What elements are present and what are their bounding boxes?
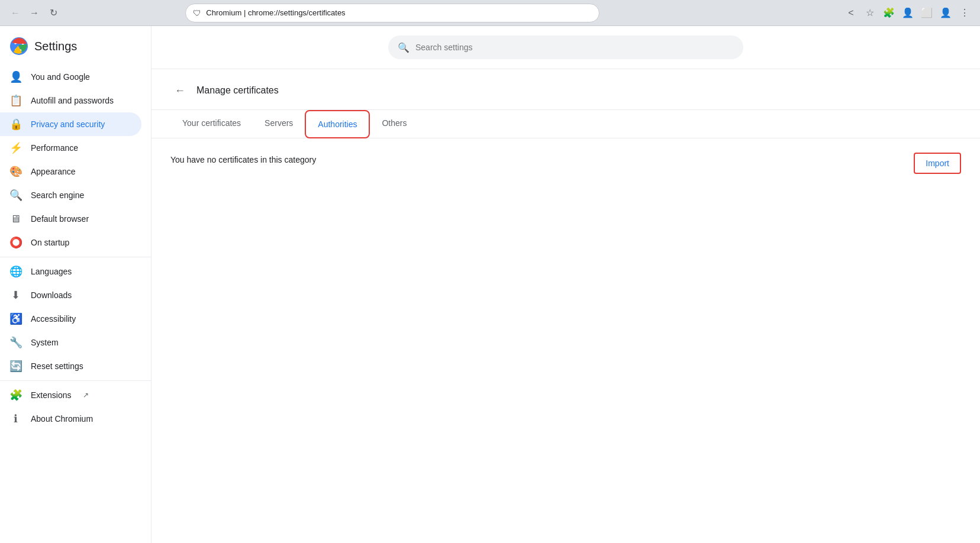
secure-icon: 🛡 — [193, 8, 201, 18]
browser-actions: < ☆ 🧩 👤 ⬜ 👤 ⋮ — [843, 5, 973, 21]
tab-authorities-label: Authorities — [318, 119, 357, 129]
sidebar-label-on-startup: On startup — [31, 238, 69, 247]
tab-authorities[interactable]: Authorities — [305, 110, 370, 138]
tab-servers[interactable]: Servers — [253, 110, 305, 138]
sidebar-header: Settings — [0, 31, 151, 65]
sidebar: Settings 👤 You and Google 📋 Autofill and… — [0, 26, 151, 543]
search-bar: 🔍 — [388, 35, 743, 59]
sidebar-item-system[interactable]: 🔧 System — [0, 331, 141, 354]
bookmark-button[interactable]: ☆ — [862, 5, 878, 21]
forward-nav-button[interactable]: → — [26, 5, 43, 21]
sidebar-label-downloads: Downloads — [31, 290, 72, 300]
sidebar-label-you-and-google: You and Google — [31, 72, 90, 82]
reload-button[interactable]: ↻ — [45, 5, 62, 21]
sidebar-label-autofill: Autofill and passwords — [31, 96, 114, 105]
empty-message: You have no certificates in this categor… — [170, 155, 316, 164]
sidebar-item-default-browser[interactable]: 🖥 Default browser — [0, 207, 141, 231]
sidebar-item-you-and-google[interactable]: 👤 You and Google — [0, 65, 141, 89]
nav-buttons: ← → ↻ — [7, 5, 62, 21]
about-icon: ℹ — [9, 412, 21, 425]
profile-button[interactable]: 👤 — [900, 5, 916, 21]
external-link-icon: ↗ — [83, 391, 89, 399]
sidebar-item-languages[interactable]: 🌐 Languages — [0, 260, 141, 283]
sidebar-label-default-browser: Default browser — [31, 214, 89, 224]
downloads-icon: ⬇ — [9, 289, 21, 302]
menu-button[interactable]: ⋮ — [956, 5, 973, 21]
sidebar-label-about: About Chromium — [31, 414, 93, 424]
sidebar-item-privacy-security[interactable]: 🔒 Privacy and security — [0, 112, 141, 136]
url-display: Chromium | chrome://settings/certificate… — [206, 8, 592, 17]
performance-icon: ⚡ — [9, 141, 21, 154]
tab-your-certificates-label: Your certificates — [182, 118, 241, 128]
sidebar-item-extensions[interactable]: 🧩 Extensions ↗ — [0, 383, 141, 407]
accessibility-icon: ♿ — [9, 312, 21, 325]
languages-icon: 🌐 — [9, 265, 21, 278]
appearance-icon: 🎨 — [9, 165, 21, 178]
sidebar-item-appearance[interactable]: 🎨 Appearance — [0, 160, 141, 183]
sidebar-item-autofill[interactable]: 📋 Autofill and passwords — [0, 89, 141, 112]
import-button[interactable]: Import — [914, 153, 961, 174]
default-browser-icon: 🖥 — [9, 213, 21, 225]
extensions-icon: 🧩 — [9, 389, 21, 402]
sidebar-divider-1 — [0, 257, 151, 257]
chromium-logo — [9, 37, 28, 56]
browser-chrome: ← → ↻ 🛡 Chromium | chrome://settings/cer… — [0, 0, 980, 26]
sidebar-divider-2 — [0, 380, 151, 381]
on-startup-icon: ⭕ — [9, 236, 21, 249]
reset-icon: 🔄 — [9, 360, 21, 373]
address-bar[interactable]: 🛡 Chromium | chrome://settings/certifica… — [185, 4, 599, 22]
tab-others-label: Others — [382, 118, 407, 128]
autofill-icon: 📋 — [9, 94, 21, 107]
search-input[interactable] — [415, 43, 734, 52]
page-content: ← Manage certificates Your certificates … — [151, 69, 980, 188]
share-button[interactable]: < — [843, 5, 859, 21]
sidebar-label-accessibility: Accessibility — [31, 314, 76, 324]
cert-content: You have no certificates in this categor… — [151, 138, 980, 188]
sidebar-label-system: System — [31, 338, 59, 347]
page-title: Manage certificates — [196, 85, 279, 96]
sidebar-title: Settings — [34, 40, 77, 53]
app-layout: Settings 👤 You and Google 📋 Autofill and… — [0, 26, 980, 543]
privacy-icon: 🔒 — [9, 118, 21, 131]
system-icon: 🔧 — [9, 336, 21, 349]
you-google-icon: 👤 — [9, 70, 21, 83]
tab-others[interactable]: Others — [370, 110, 418, 138]
manage-cert-header: ← Manage certificates — [151, 69, 980, 110]
sidebar-label-appearance: Appearance — [31, 167, 76, 176]
search-bar-container: 🔍 — [151, 26, 980, 69]
back-nav-button[interactable]: ← — [7, 5, 24, 21]
sidebar-label-reset: Reset settings — [31, 361, 83, 371]
sidebar-label-extensions: Extensions — [31, 390, 71, 400]
search-engine-icon: 🔍 — [9, 189, 21, 202]
sidebar-item-downloads[interactable]: ⬇ Downloads — [0, 283, 141, 307]
cert-tabs: Your certificates Servers Authorities Ot… — [151, 110, 980, 138]
tab-your-certificates[interactable]: Your certificates — [170, 110, 253, 138]
window-button[interactable]: ⬜ — [918, 5, 935, 21]
main-content: 🔍 ← Manage certificates Your certificate… — [151, 26, 980, 543]
sidebar-label-performance: Performance — [31, 143, 78, 153]
sidebar-item-performance[interactable]: ⚡ Performance — [0, 136, 141, 160]
sidebar-item-about-chromium[interactable]: ℹ About Chromium — [0, 407, 141, 431]
sidebar-item-accessibility[interactable]: ♿ Accessibility — [0, 307, 141, 331]
sidebar-item-search-engine[interactable]: 🔍 Search engine — [0, 183, 141, 207]
extensions-button[interactable]: 🧩 — [881, 5, 897, 21]
account-button[interactable]: 👤 — [937, 5, 954, 21]
sidebar-label-privacy: Privacy and security — [31, 119, 105, 129]
sidebar-item-reset-settings[interactable]: 🔄 Reset settings — [0, 354, 141, 378]
sidebar-label-languages: Languages — [31, 267, 72, 276]
tab-servers-label: Servers — [265, 118, 293, 128]
sidebar-item-on-startup[interactable]: ⭕ On startup — [0, 231, 141, 254]
back-button[interactable]: ← — [170, 81, 189, 100]
search-icon: 🔍 — [398, 42, 410, 53]
sidebar-label-search-engine: Search engine — [31, 190, 84, 200]
